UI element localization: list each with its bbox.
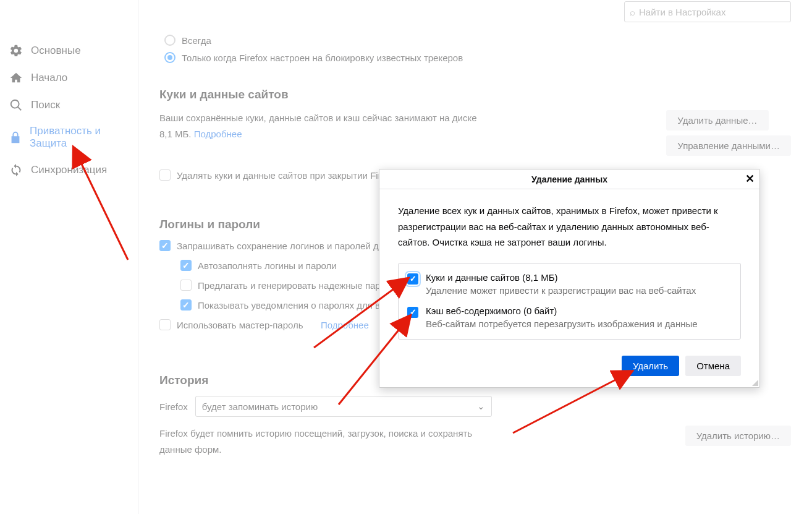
dialog-text: Удаление всех кук и данных сайтов, храни… bbox=[398, 203, 741, 251]
checkbox-icon bbox=[407, 273, 418, 285]
option-cookies[interactable]: Куки и данные сайтов (8,1 МБ) Удаление м… bbox=[407, 272, 732, 296]
cancel-button[interactable]: Отмена bbox=[685, 356, 741, 376]
clear-data-dialog: Удаление данных ✕ Удаление всех кук и да… bbox=[379, 169, 760, 388]
option-label: Кэш веб-содержимого (0 байт) bbox=[426, 306, 698, 316]
option-label: Куки и данные сайтов (8,1 МБ) bbox=[426, 272, 696, 283]
option-sublabel: Веб-сайтам потребуется перезагрузить изо… bbox=[426, 319, 698, 329]
checkbox-icon bbox=[407, 307, 418, 318]
option-sublabel: Удаление может привести к разрегистрации… bbox=[426, 285, 696, 296]
dialog-title: Удаление данных bbox=[531, 174, 607, 184]
option-cache[interactable]: Кэш веб-содержимого (0 байт) Веб-сайтам … bbox=[407, 306, 732, 329]
close-icon[interactable]: ✕ bbox=[745, 173, 755, 184]
options-group: Куки и данные сайтов (8,1 МБ) Удаление м… bbox=[398, 263, 741, 340]
delete-button[interactable]: Удалить bbox=[622, 356, 679, 376]
resize-grip[interactable] bbox=[751, 379, 758, 386]
dialog-header: Удаление данных ✕ bbox=[379, 169, 759, 189]
